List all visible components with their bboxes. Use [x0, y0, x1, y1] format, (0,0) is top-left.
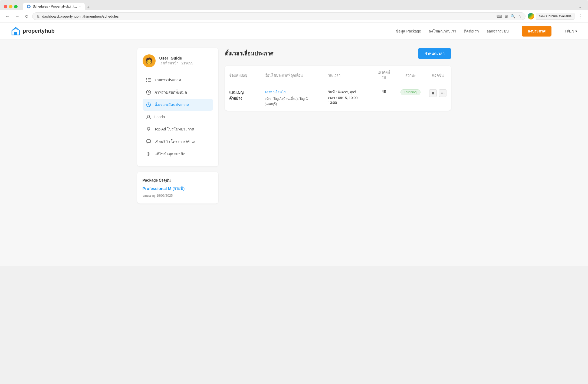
sidebar-item-overview[interactable]: ภาพรวมสถิติทั้งหมด — [143, 86, 213, 98]
nav-links: ข้อมูล Package ลงโฆษณากับเรา ติดต่อเรา อ… — [396, 26, 577, 37]
svg-point-13 — [147, 127, 150, 130]
cell-status: Running — [396, 85, 425, 111]
refresh-button[interactable]: ↻ — [23, 13, 30, 20]
svg-rect-5 — [148, 78, 151, 79]
svg-rect-8 — [146, 81, 147, 82]
nav-logout[interactable]: ออกจากระบบ — [487, 28, 509, 34]
bulb-icon — [146, 126, 151, 132]
sidebar-nav: รายการประกาศ ภาพรวมสถิติทั้งหมด — [143, 74, 213, 160]
sidebar-leads-label: Leads — [155, 115, 165, 119]
gear-icon — [146, 151, 151, 157]
sidebar-topad-label: Top Ad โปรโมทประกาศ — [155, 126, 195, 132]
table-header-row: ชื่อแคมเปญ เงื่อนไขประกาศที่ถูกเลื่อน วั… — [225, 66, 451, 85]
nav-contact[interactable]: ติดต่อเรา — [464, 28, 479, 34]
nav-package-info[interactable]: ข้อมูล Package — [396, 28, 421, 34]
col-status: สถานะ — [396, 66, 425, 85]
traffic-light-red[interactable] — [4, 5, 7, 8]
user-name: User_Guide — [159, 56, 193, 60]
new-tab-button[interactable]: + — [85, 5, 92, 10]
list-icon — [146, 77, 151, 83]
svg-marker-2 — [12, 27, 19, 31]
user-id: เลขที่สมาชิก : 219655 — [159, 60, 193, 66]
page-title: ตั้งเวลาเลื่อนประกาศ — [225, 49, 274, 58]
browser-more-button[interactable]: ⋮ — [576, 13, 584, 20]
bookmark-icon[interactable]: ☆ — [518, 14, 521, 18]
sidebar-item-listings[interactable]: รายการประกาศ — [143, 74, 213, 86]
col-datetime: วัน/เวลา — [324, 66, 371, 85]
pause-button[interactable] — [429, 89, 437, 97]
back-button[interactable]: ← — [4, 13, 11, 20]
svg-rect-7 — [148, 80, 151, 80]
sidebar-item-review[interactable]: เขียนรีวิว โครงการ/ทำเล — [143, 136, 213, 147]
sidebar-item-leads[interactable]: Leads — [143, 111, 213, 123]
translate-icon[interactable]: ⊞ — [505, 14, 508, 18]
tab-dropdown-button[interactable]: ⌄ — [576, 3, 584, 10]
user-info: 🧑 User_Guide เลขที่สมาชิก : 219655 — [143, 54, 213, 67]
svg-point-12 — [147, 115, 149, 117]
address-bar-icons: ⌨ ⊞ 🔍 ☆ — [497, 14, 521, 18]
svg-rect-14 — [147, 140, 150, 143]
logo-text: propertyhub — [23, 28, 55, 34]
day-label: วันที่ : อังคาร, ศุกร์ — [328, 89, 367, 95]
traffic-light-yellow[interactable] — [9, 5, 12, 8]
trigger-tags: แท็ก : Tag A (บ้านเดี่ยว), Tag C (นนทบุร… — [264, 97, 308, 106]
chat-icon — [146, 139, 151, 144]
svg-rect-9 — [148, 81, 151, 82]
address-bar[interactable]: dashboard.propertyhub.in.th/members/sche… — [32, 12, 525, 20]
security-icon — [36, 14, 40, 18]
credits-value: 48 — [382, 89, 386, 94]
sidebar: 🧑 User_Guide เลขที่สมาชิก : 219655 — [137, 48, 218, 204]
svg-rect-6 — [146, 80, 147, 80]
chart-icon — [146, 90, 151, 95]
language-selector[interactable]: TH/EN ▾ — [563, 29, 577, 33]
cell-credits: 48 — [372, 85, 396, 111]
table-row: แคมเปญตัวอย่าง ตรงทุกเงื่อนไข แท็ก : Tag… — [225, 85, 451, 111]
package-expiry: หมดอายุ :19/06/2025 — [143, 193, 213, 198]
schedules-table: ชื่อแคมเปญ เงื่อนไขประกาศที่ถูกเลื่อน วั… — [225, 66, 451, 111]
avatar: 🧑 — [143, 54, 156, 67]
trigger-link[interactable]: ตรงทุกเงื่อนไข — [264, 89, 319, 95]
sidebar-settings-label: แก้ไขข้อมูลสมาชิก — [155, 151, 185, 157]
col-action: แอคชั่น — [425, 66, 451, 85]
cell-trigger: ตรงทุกเงื่อนไข แท็ก : Tag A (บ้านเดี่ยว)… — [260, 85, 324, 111]
col-credits: เครดิตที่ใช้ — [372, 66, 396, 85]
post-listing-button[interactable]: ลงประกาศ — [522, 26, 551, 37]
svg-rect-16 — [432, 92, 433, 94]
new-chrome-button[interactable]: New Chrome available — [536, 13, 574, 20]
sidebar-profile-card: 🧑 User_Guide เลขที่สมาชิก : 219655 — [137, 48, 218, 166]
svg-point-15 — [148, 153, 149, 155]
status-badge: Running — [400, 89, 421, 95]
sidebar-listings-label: รายการประกาศ — [155, 77, 181, 83]
cell-action — [425, 85, 451, 111]
tab-close-button[interactable]: × — [79, 5, 81, 8]
more-icon — [441, 93, 445, 94]
browser-tab[interactable]: Schedules - PropertyHub.in.t... × — [23, 3, 85, 10]
sidebar-item-schedule[interactable]: ตั้งเวลาเลื่อนประกาศ — [143, 99, 213, 111]
logo[interactable]: propertyhub — [11, 26, 55, 36]
pause-icon — [431, 91, 435, 95]
cell-datetime: วันที่ : อังคาร, ศุกร์ เวลา : 08:15, 10:… — [324, 85, 371, 111]
search-icon[interactable]: 🔍 — [511, 14, 515, 18]
svg-point-19 — [442, 93, 443, 94]
sidebar-item-topad[interactable]: Top Ad โปรโมทประกาศ — [143, 123, 213, 135]
package-name[interactable]: Professional M (รายปี) — [143, 185, 213, 192]
cell-campaign-name: แคมเปญตัวอย่าง — [225, 85, 260, 111]
logo-icon — [11, 26, 21, 36]
sidebar-item-settings[interactable]: แก้ไขข้อมูลสมาชิก — [143, 148, 213, 160]
svg-rect-17 — [433, 92, 434, 94]
set-time-button[interactable]: กำหนดเวลา — [418, 48, 451, 59]
time-label: เวลา : 08:15, 10:00, 13:00 — [328, 95, 367, 105]
svg-point-18 — [441, 93, 442, 94]
more-actions-button[interactable] — [439, 89, 446, 97]
site-nav: propertyhub ข้อมูล Package ลงโฆษณากับเรา… — [0, 22, 588, 40]
nav-advertise[interactable]: ลงโฆษณากับเรา — [429, 28, 456, 34]
tab-favicon — [27, 5, 31, 8]
svg-rect-3 — [14, 32, 17, 35]
forward-button[interactable]: → — [14, 13, 21, 20]
col-trigger: เงื่อนไขประกาศที่ถูกเลื่อน — [260, 66, 324, 85]
campaign-name-text: แคมเปญตัวอย่าง — [229, 90, 244, 100]
sidebar-review-label: เขียนรีวิว โครงการ/ทำเล — [155, 139, 196, 145]
key-icon[interactable]: ⌨ — [497, 14, 502, 18]
traffic-light-green[interactable] — [14, 5, 18, 8]
tab-title: Schedules - PropertyHub.in.t... — [33, 5, 77, 8]
